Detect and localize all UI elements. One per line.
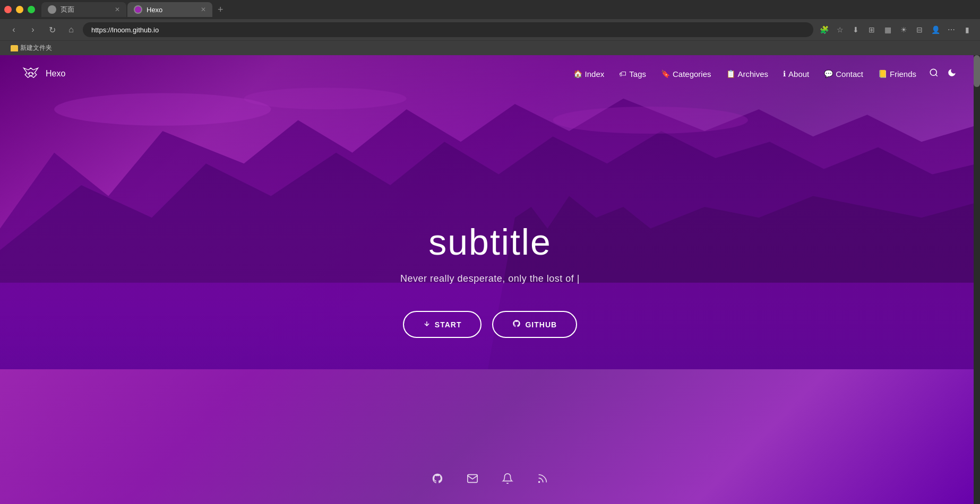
sidebar-icon[interactable]: ▮ <box>961 23 974 36</box>
apps-icon[interactable]: ⊞ <box>865 23 878 36</box>
nav-index-label: Index <box>585 69 605 79</box>
bookmark-folder-label: 新建文件夹 <box>20 44 52 53</box>
grid-icon[interactable]: ⊟ <box>913 23 926 36</box>
tab-2[interactable]: Hexo ✕ <box>127 2 212 17</box>
nav-contact[interactable]: 💬 Contact <box>818 66 870 82</box>
tab-2-label: Hexo <box>147 6 162 14</box>
social-github[interactable] <box>428 469 447 488</box>
forward-button[interactable]: › <box>25 22 40 37</box>
nav-actions <box>927 66 959 82</box>
back-button[interactable]: ‹ <box>6 22 21 37</box>
maximize-button[interactable] <box>28 6 35 13</box>
chat-icon: 💬 <box>824 69 833 78</box>
nav-links: 🏠 Index 🏷 Tags 🔖 Categories 📋 <box>567 66 923 82</box>
window-controls <box>4 6 35 13</box>
nav-index[interactable]: 🏠 Index <box>567 66 611 82</box>
social-bell[interactable] <box>498 469 517 488</box>
start-label: START <box>435 320 462 329</box>
extensions-icon[interactable]: 🧩 <box>818 23 830 36</box>
new-tab-button[interactable]: + <box>213 4 228 15</box>
svg-point-10 <box>930 69 936 75</box>
close-button[interactable] <box>4 6 12 13</box>
bookmark-icon: 🔖 <box>661 69 670 78</box>
hero-subtitle: Never really desperate, only the lost of… <box>0 273 980 284</box>
refresh-button[interactable]: ↻ <box>45 22 59 37</box>
site-logo[interactable]: Hexo <box>21 64 65 83</box>
archive-icon: 📋 <box>726 69 735 78</box>
github-icon <box>512 319 521 329</box>
nav-contact-label: Contact <box>836 69 863 79</box>
github-label: GITHUB <box>525 320 557 329</box>
nav-friends[interactable]: 📒 Friends <box>872 66 923 82</box>
tab-1[interactable]: 页面 ✕ <box>41 2 126 17</box>
folder-icon <box>11 45 18 51</box>
toolbar-icons: 🧩 ☆ ⬇ ⊞ ▦ ☀ ⊟ 👤 ⋯ ▮ <box>818 23 974 36</box>
minimize-button[interactable] <box>16 6 23 13</box>
social-rss[interactable] <box>533 469 552 488</box>
github-button[interactable]: GITHUB <box>492 311 577 338</box>
qr-icon[interactable]: ▦ <box>881 23 894 36</box>
nav-about[interactable]: ℹ About <box>777 66 815 82</box>
nav-archives-label: Archives <box>738 69 769 79</box>
home-icon: 🏠 <box>573 69 582 78</box>
nav-categories-label: Categories <box>673 69 711 79</box>
svg-point-11 <box>539 482 540 483</box>
start-icon <box>423 320 431 329</box>
notebook-icon: 📒 <box>878 69 887 78</box>
nav-friends-label: Friends <box>890 69 916 79</box>
address-bar: ‹ › ↻ ⌂ 🧩 ☆ ⬇ ⊞ ▦ ☀ ⊟ 👤 ⋯ ▮ <box>0 19 980 40</box>
nav-archives[interactable]: 📋 Archives <box>720 66 775 82</box>
star-icon[interactable]: ☆ <box>833 23 846 36</box>
hero-title: subtitle <box>0 221 980 263</box>
tab-1-label: 页面 <box>61 5 74 14</box>
download-icon[interactable]: ⬇ <box>849 23 862 36</box>
social-bar <box>428 469 552 488</box>
social-email[interactable] <box>463 469 482 488</box>
hero-buttons: START GITHUB <box>0 311 980 338</box>
more-icon[interactable]: ⋯ <box>945 23 958 36</box>
search-icon <box>929 68 939 77</box>
bookmark-folder[interactable]: 新建文件夹 <box>6 42 56 54</box>
bookmarks-bar: 新建文件夹 <box>0 40 980 55</box>
sun-icon[interactable]: ☀ <box>897 23 910 36</box>
svg-point-8 <box>29 73 30 74</box>
profile-icon[interactable]: 👤 <box>929 23 942 36</box>
svg-point-9 <box>31 73 33 74</box>
nav-categories[interactable]: 🔖 Categories <box>655 66 718 82</box>
site-logo-text: Hexo <box>46 69 65 79</box>
search-button[interactable] <box>927 66 941 82</box>
nav-about-label: About <box>788 69 809 79</box>
info-icon: ℹ <box>783 69 786 78</box>
tab-1-close[interactable]: ✕ <box>115 6 120 13</box>
nav-tags-label: Tags <box>629 69 646 79</box>
tab-2-icon <box>134 5 142 14</box>
tab-bar: 页面 ✕ Hexo ✕ + <box>0 0 980 19</box>
start-button[interactable]: START <box>403 311 482 338</box>
address-input[interactable] <box>83 22 813 37</box>
tag-icon: 🏷 <box>619 69 626 78</box>
dark-mode-button[interactable] <box>945 66 959 82</box>
tab-1-icon <box>48 5 56 14</box>
nav-tags[interactable]: 🏷 Tags <box>613 66 652 82</box>
hero-content: subtitle Never really desperate, only th… <box>0 221 980 338</box>
home-button[interactable]: ⌂ <box>64 22 79 37</box>
tab-2-close[interactable]: ✕ <box>201 6 206 13</box>
website-content: Hexo 🏠 Index 🏷 Tags 🔖 Categories <box>0 55 980 504</box>
logo-icon <box>21 64 40 83</box>
browser-chrome: 页面 ✕ Hexo ✕ + ‹ › ↻ ⌂ 🧩 ☆ ⬇ ⊞ ▦ ☀ ⊟ 👤 ⋯ <box>0 0 980 55</box>
site-nav: Hexo 🏠 Index 🏷 Tags 🔖 Categories <box>0 55 980 92</box>
moon-icon <box>947 68 957 77</box>
